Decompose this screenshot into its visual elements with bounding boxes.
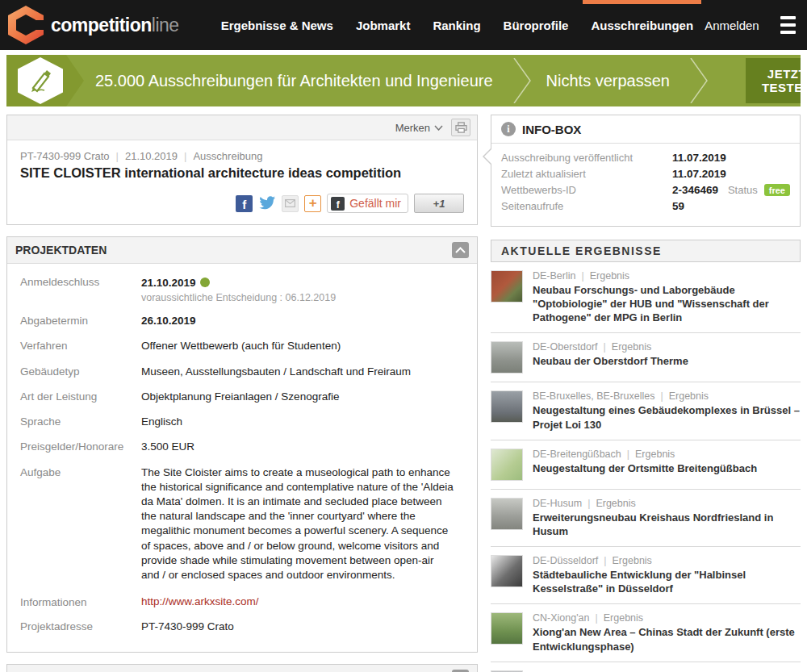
field-label: Sprache	[20, 415, 141, 429]
result-tag: Ergebnis	[590, 270, 629, 282]
chevron-up-icon	[455, 247, 466, 253]
nav-jobmarkt[interactable]: Jobmarkt	[345, 0, 422, 50]
field-label: Verfahren	[20, 339, 141, 353]
info-label: Zuletzt aktualisiert	[501, 168, 672, 180]
field-value: 3.500 EUR	[141, 440, 194, 454]
result-item[interactable]: BE-Bruxelles, BE-Bruxelles|Ergebnis Neug…	[491, 382, 801, 440]
nav-ranking[interactable]: Ranking	[421, 0, 491, 50]
print-button[interactable]	[451, 119, 470, 136]
result-location: DE-Oberstdorf	[533, 341, 598, 353]
like-label: Gefällt mir	[349, 197, 401, 210]
result-tag: Ergebnis	[604, 612, 643, 624]
projektdaten-heading: PROJEKTDATEN	[15, 244, 107, 257]
field-label: Projektadresse	[20, 620, 141, 634]
article-card: Merken PT-7430-999 Crato|21.10.2019|Auss…	[6, 115, 478, 225]
facebook-share-icon[interactable]: f	[236, 195, 253, 212]
status-dot-icon	[200, 278, 210, 287]
breadcrumb-type: Ausschreibung	[193, 150, 262, 162]
field-art-der-leistung: Art der Leistung Objektplanung Freianlag…	[20, 390, 464, 404]
info-row: Zuletzt aktualisiert 11.07.2019	[501, 168, 790, 180]
info-row-wettbewerbs-id: Wettbewerbs-ID 2-346469 Status free	[501, 184, 790, 196]
result-thumbnail	[491, 341, 523, 374]
info-value: 11.07.2019	[672, 168, 726, 180]
result-thumbnail	[491, 498, 523, 530]
nav-ausschreibungen[interactable]: Ausschreibungen	[579, 0, 705, 50]
results-header: AKTUELLE ERGEBNISSE	[491, 240, 801, 262]
banner-tagline: Nichts verpassen	[546, 72, 670, 90]
printer-icon	[455, 122, 467, 133]
promo-banner[interactable]: 25.000 Ausschreibungen für Architekten u…	[6, 55, 801, 106]
result-item[interactable]: DE-Lübeck|Ergebnis Neubau eines Hotels a…	[491, 662, 801, 672]
result-item[interactable]: CN-Xiong'an|Ergebnis Xiong'an New Area –…	[491, 604, 801, 662]
anmelden-link[interactable]: Anmelden	[705, 19, 759, 32]
info-value: 59	[672, 200, 684, 212]
result-item[interactable]: DE-Breitengüßbach|Ergebnis Neugestaltung…	[491, 440, 801, 490]
logo[interactable]: competitionline	[8, 6, 179, 44]
result-title: Xiong'an New Area – Chinas Stadt der Zuk…	[533, 625, 801, 653]
field-sprache: Sprache Englisch	[20, 415, 464, 429]
merken-dropdown[interactable]: Merken	[395, 122, 443, 134]
anzeigentext-header: ANZEIGENTEXT AUSSCHREIBUNG	[7, 665, 477, 672]
result-thumbnail	[491, 555, 523, 587]
email-share-icon[interactable]	[282, 195, 299, 212]
projektdaten-section: PROJEKTDATEN Anmeldeschluss 21.10.2019 v…	[6, 236, 478, 653]
nav-bueroprofile[interactable]: Büroprofile	[492, 0, 580, 50]
info-value: 11.07.2019	[672, 152, 726, 164]
result-item[interactable]: DE-Düsseldorf|Ergebnis Städtebauliche En…	[491, 547, 801, 604]
result-location: DE-Berlin	[533, 270, 576, 282]
info-box: i INFO-BOX Ausschreibung veröffentlicht …	[491, 115, 801, 227]
result-location: DE-Breitengüßbach	[533, 449, 621, 460]
website-link[interactable]: http://www.arkxsite.com/	[141, 595, 259, 608]
top-header: competitionline Ergebnisse & News Jobmar…	[0, 0, 807, 50]
anzeigentext-section: ANZEIGENTEXT AUSSCHREIBUNG Liegt nicht v…	[6, 664, 478, 672]
info-row: Seitenaufrufe 59	[501, 200, 790, 212]
facebook-like-button[interactable]: f Gefällt mir	[327, 194, 408, 213]
field-label: Informationen	[20, 595, 141, 608]
result-title: Erweiterungsneubau Kreishaus Nordfriesla…	[533, 511, 801, 538]
result-thumbnail	[491, 270, 523, 303]
field-value: Englisch	[141, 415, 182, 429]
infobox-header: i INFO-BOX	[491, 115, 800, 144]
facebook-icon: f	[331, 197, 345, 211]
result-title: Neubau Forschungs- und Laborgebäude "Opt…	[533, 283, 801, 324]
main-nav: Ergebnisse & News Jobmarkt Ranking Bürop…	[210, 0, 705, 50]
status-badge: free	[764, 184, 790, 196]
google-plusone-button[interactable]: +1	[414, 194, 464, 213]
social-buttons: f + f Gefällt mir +1	[20, 194, 464, 213]
result-title: Städtebauliche Entwicklung der "Halbinse…	[533, 568, 801, 595]
chevron-separator-icon	[512, 58, 532, 103]
nav-ergebnisse-news[interactable]: Ergebnisse & News	[210, 0, 345, 50]
field-abgabetermin: Abgabetermin 26.10.2019	[20, 314, 464, 328]
result-title: Neugestaltung eines Gebäudekomplexes in …	[533, 403, 801, 431]
field-value: PT-7430-999 Crato	[141, 620, 234, 634]
hamburger-menu-icon[interactable]	[780, 16, 796, 34]
breadcrumb: PT-7430-999 Crato|21.10.2019|Ausschreibu…	[20, 150, 464, 162]
collapse-button[interactable]	[452, 670, 469, 672]
jetzt-testen-button[interactable]: JETZT TESTEN	[746, 58, 801, 103]
chevron-separator-icon	[689, 58, 709, 103]
field-note: voraussichtliche Entscheidung : 06.12.20…	[141, 292, 336, 303]
status-label: Status	[728, 184, 758, 196]
collapse-button[interactable]	[452, 242, 469, 258]
info-icon: i	[501, 122, 516, 136]
field-label: Abgabetermin	[20, 314, 141, 328]
result-item[interactable]: DE-Oberstdorf|Ergebnis Neubau der Oberst…	[491, 333, 801, 382]
field-value: Offener Wettbewerb (auch für Studenten)	[141, 339, 341, 353]
result-item[interactable]: DE-Husum|Ergebnis Erweiterungsneubau Kre…	[491, 490, 801, 547]
result-item[interactable]: DE-Berlin|Ergebnis Neubau Forschungs- un…	[491, 262, 801, 333]
field-informationen: Informationen http://www.arkxsite.com/	[20, 595, 464, 608]
results-heading: AKTUELLE ERGEBNISSE	[501, 244, 790, 257]
projektdaten-header: PROJEKTDATEN	[7, 237, 477, 264]
result-tag: Ergebnis	[612, 341, 651, 353]
field-label: Art der Leistung	[20, 390, 141, 404]
merken-label: Merken	[395, 122, 430, 134]
breadcrumb-date: 21.10.2019	[125, 150, 178, 162]
field-label: Aufgabe	[20, 465, 141, 583]
field-value: 21.10.2019	[141, 277, 196, 289]
result-title: Neugestaltung der Ortsmitte Breitengüßba…	[533, 461, 757, 475]
field-aufgabe: Aufgabe The Site Cloister aims to create…	[20, 465, 464, 583]
field-anmeldeschluss: Anmeldeschluss 21.10.2019 voraussichtlic…	[20, 275, 464, 303]
twitter-share-icon[interactable]	[258, 195, 276, 211]
field-label: Anmeldeschluss	[20, 275, 141, 303]
share-more-icon[interactable]: +	[304, 195, 321, 212]
